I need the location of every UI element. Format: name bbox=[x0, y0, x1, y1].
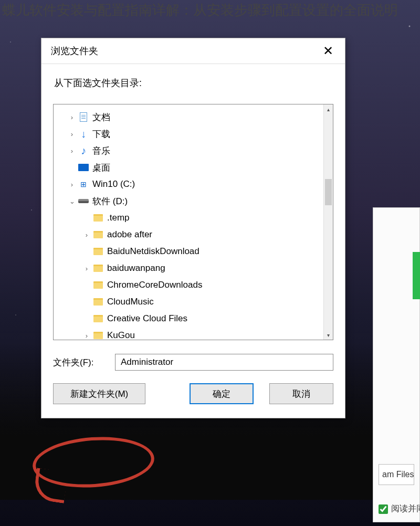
tree-item-label: CloudMusic bbox=[107, 297, 154, 307]
tree-item-label: Creative Cloud Files bbox=[107, 313, 187, 324]
folder-icon bbox=[92, 280, 104, 290]
tree-item[interactable]: ›文档 bbox=[58, 109, 331, 125]
tree-item[interactable]: ·.temp bbox=[58, 209, 331, 226]
tree-item-label: 软件 (D:) bbox=[92, 195, 128, 207]
folder-input[interactable] bbox=[115, 354, 333, 371]
scroll-track[interactable] bbox=[324, 114, 333, 330]
chevron-down-icon[interactable]: ⌄ bbox=[68, 197, 76, 205]
chevron-right-icon[interactable]: › bbox=[83, 265, 90, 272]
close-button[interactable]: ✕ bbox=[319, 44, 338, 58]
chevron-right-icon[interactable]: › bbox=[83, 231, 90, 239]
dialog-title: 浏览文件夹 bbox=[51, 45, 98, 57]
agree-checkbox-row[interactable]: 阅读并同 bbox=[379, 503, 420, 514]
tree-item-label: 桌面 bbox=[92, 162, 110, 174]
tree-item-label: 下载 bbox=[92, 128, 110, 140]
documents-icon bbox=[78, 112, 89, 122]
tree-item[interactable]: ·CloudMusic bbox=[58, 293, 331, 310]
folder-icon bbox=[92, 246, 104, 257]
folder-icon bbox=[92, 313, 104, 324]
tree-item-label: KuGou bbox=[107, 330, 135, 340]
folder-icon bbox=[92, 330, 104, 340]
tree-item-label: .temp bbox=[107, 213, 130, 223]
folder-icon bbox=[92, 297, 104, 307]
new-folder-button[interactable]: 新建文件夹(M) bbox=[53, 383, 145, 404]
tree-item-label: adobe after bbox=[107, 229, 152, 240]
chevron-right-icon: · bbox=[83, 315, 90, 323]
download-icon: ↓ bbox=[78, 129, 89, 139]
tree-item[interactable]: ·桌面 bbox=[58, 159, 331, 176]
tree-item[interactable]: ›⊞Win10 (C:) bbox=[58, 176, 331, 193]
chevron-right-icon[interactable]: › bbox=[68, 113, 76, 121]
tree-item-label: 文档 bbox=[92, 111, 110, 123]
folder-name-row: 文件夹(F): bbox=[41, 352, 345, 380]
tree-item[interactable]: ·ChromeCoreDownloads bbox=[58, 277, 331, 293]
chevron-right-icon[interactable]: › bbox=[68, 130, 76, 138]
tree-item-label: ChromeCoreDownloads bbox=[107, 280, 202, 290]
chevron-right-icon: · bbox=[83, 214, 90, 222]
folder-label: 文件夹(F): bbox=[53, 356, 115, 369]
desktop-icon bbox=[78, 162, 89, 173]
scroll-up-icon[interactable]: ▴ bbox=[324, 104, 333, 114]
folder-tree[interactable]: ›文档›↓下载›♪音乐·桌面›⊞Win10 (C:)⌄软件 (D:)·.temp… bbox=[54, 104, 333, 340]
tree-item[interactable]: ⌄软件 (D:) bbox=[58, 193, 331, 209]
chevron-right-icon: · bbox=[83, 248, 90, 256]
tree-item[interactable]: ›↓下载 bbox=[58, 125, 331, 142]
tree-item-label: 音乐 bbox=[92, 145, 110, 157]
chevron-right-icon[interactable]: › bbox=[68, 147, 76, 155]
tree-item-label: BaiduNetdiskDownload bbox=[107, 246, 200, 257]
browse-folder-dialog: 浏览文件夹 ✕ 从下面选文件夹目录: ›文档›↓下载›♪音乐·桌面›⊞Win10… bbox=[41, 38, 345, 418]
scroll-thumb[interactable] bbox=[325, 179, 332, 205]
chevron-right-icon: · bbox=[83, 298, 90, 306]
ok-button[interactable]: 确定 bbox=[190, 383, 254, 404]
dialog-button-row: 新建文件夹(M) 确定 取消 bbox=[41, 380, 345, 418]
folder-tree-container: ›文档›↓下载›♪音乐·桌面›⊞Win10 (C:)⌄软件 (D:)·.temp… bbox=[53, 104, 333, 340]
dialog-instruction: 从下面选文件夹目录: bbox=[41, 64, 345, 99]
tree-item[interactable]: ›KuGou bbox=[58, 327, 331, 340]
folder-icon bbox=[92, 229, 104, 240]
tree-item[interactable]: ›♪音乐 bbox=[58, 142, 331, 159]
path-fragment: am Files bbox=[379, 464, 414, 485]
tree-item[interactable]: ›adobe after bbox=[58, 226, 331, 243]
agree-label: 阅读并同 bbox=[391, 503, 420, 514]
folder-icon bbox=[92, 213, 104, 223]
tree-item-label: baiduwanpang bbox=[107, 263, 165, 273]
music-icon: ♪ bbox=[78, 145, 89, 156]
tree-item[interactable]: ›baiduwanpang bbox=[58, 260, 331, 277]
tree-scrollbar[interactable]: ▴ ▾ bbox=[323, 104, 333, 340]
chevron-right-icon: · bbox=[83, 281, 90, 289]
chevron-right-icon[interactable]: › bbox=[68, 181, 76, 188]
tree-item-label: Win10 (C:) bbox=[92, 179, 135, 190]
folder-icon bbox=[92, 263, 104, 273]
windows-drive-icon: ⊞ bbox=[78, 179, 89, 190]
page-title: 蝶儿软件安装与配置指南详解：从安装步骤到配置设置的全面说明 bbox=[0, 1, 420, 19]
green-accent bbox=[413, 252, 420, 299]
scroll-down-icon[interactable]: ▾ bbox=[324, 330, 333, 340]
chevron-right-icon[interactable]: › bbox=[83, 332, 90, 340]
drive-icon bbox=[78, 196, 89, 206]
cancel-button[interactable]: 取消 bbox=[269, 383, 333, 404]
tree-item[interactable]: ·BaiduNetdiskDownload bbox=[58, 243, 331, 260]
dialog-titlebar: 浏览文件夹 ✕ bbox=[41, 38, 345, 64]
chevron-right-icon: · bbox=[68, 164, 76, 172]
tree-item[interactable]: ·Creative Cloud Files bbox=[58, 310, 331, 327]
agree-checkbox[interactable] bbox=[379, 504, 388, 514]
